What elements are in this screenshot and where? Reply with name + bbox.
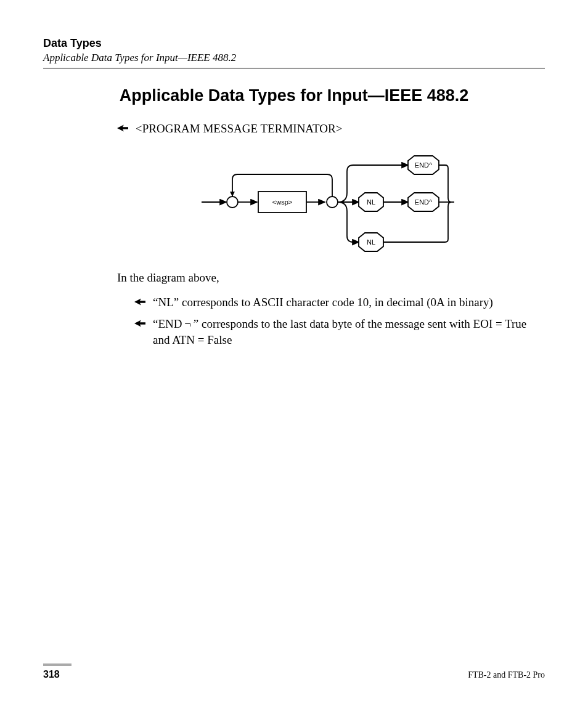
diagram-nl2-label: NL bbox=[367, 238, 375, 246]
bullet-item-1: <PROGRAM MESSAGE TERMINATOR> bbox=[117, 121, 539, 137]
bullet-item-3: “END ¬ ” corresponds to the last data by… bbox=[134, 316, 539, 349]
arrow-bullet-icon bbox=[134, 319, 145, 328]
header-rule bbox=[43, 68, 545, 69]
page-footer: 318 FTB-2 and FTB-2 Pro bbox=[43, 663, 545, 680]
diagram-end1-label: END^ bbox=[415, 161, 433, 169]
arrow-bullet-icon bbox=[134, 298, 145, 306]
bullet-item-2: “NL” corresponds to ASCII character code… bbox=[134, 294, 539, 311]
page-title: Applicable Data Types for Input—IEEE 488… bbox=[43, 86, 545, 105]
diagram-wsp-label: <wsp> bbox=[272, 198, 292, 206]
content-area: <PROGRAM MESSAGE TERMINATOR> <wsp> bbox=[117, 121, 539, 349]
svg-marker-0 bbox=[117, 125, 128, 132]
bullet-text-3: “END ¬ ” corresponds to the last data by… bbox=[153, 316, 539, 349]
header-chapter: Data Types bbox=[43, 37, 545, 50]
syntax-diagram: <wsp> NL END^ bbox=[117, 150, 539, 254]
footer-rule bbox=[43, 663, 71, 666]
intro-text: In the diagram above, bbox=[117, 270, 539, 286]
svg-point-6 bbox=[327, 197, 338, 208]
header-section: Applicable Data Types for Input—IEEE 488… bbox=[43, 52, 545, 64]
diagram-nl1-label: NL bbox=[367, 198, 375, 206]
svg-marker-15 bbox=[134, 299, 145, 306]
svg-marker-7 bbox=[230, 192, 235, 197]
footer-note: FTB-2 and FTB-2 Pro bbox=[468, 670, 545, 680]
bullet-text-2: “NL” corresponds to ASCII character code… bbox=[153, 294, 493, 311]
diagram-end2-label: END^ bbox=[415, 198, 433, 206]
svg-marker-16 bbox=[134, 320, 145, 327]
arrow-bullet-icon bbox=[117, 124, 128, 132]
svg-point-2 bbox=[227, 197, 238, 208]
page-number: 318 bbox=[43, 669, 60, 680]
bullet-text-1: <PROGRAM MESSAGE TERMINATOR> bbox=[136, 121, 342, 137]
